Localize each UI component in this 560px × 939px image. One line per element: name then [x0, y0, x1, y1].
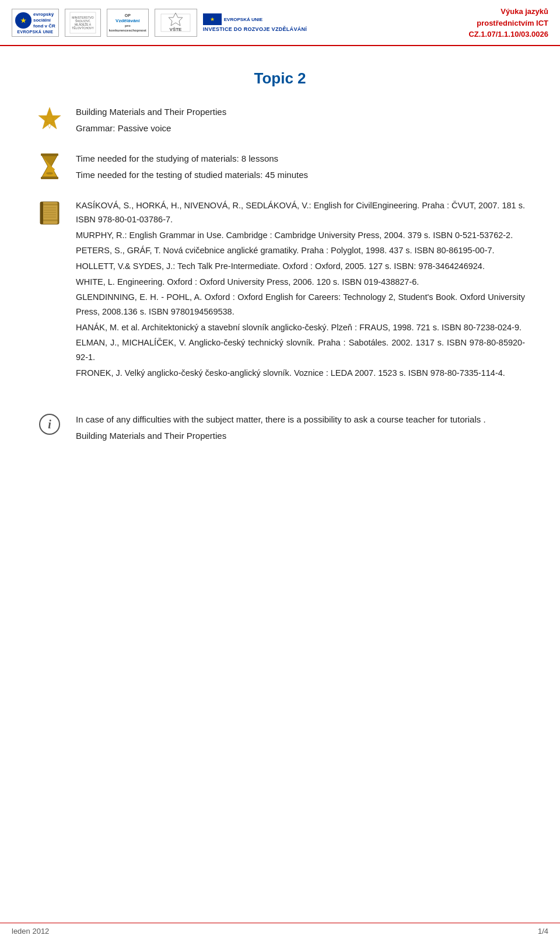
svg-text:★: ★: [20, 17, 27, 24]
subtitle2: Grammar: Passive voice: [76, 121, 525, 135]
project-line3: CZ.1.07/1.1.10/03.0026: [468, 29, 548, 40]
ref8: ELMAN, J., MICHALÍČEK, V. Anglicko-český…: [76, 336, 525, 364]
project-line1: Výuka jazyků: [468, 6, 548, 18]
info-note-line2: Building Materials and Their Properties: [76, 429, 525, 443]
main-content: Topic 2 Building Materials and Their Pro…: [0, 46, 560, 495]
ref2: MURPHY, R.: English Grammar in Use. Camb…: [76, 228, 525, 243]
eu-circle-icon: ★: [17, 14, 30, 27]
page-footer: leden 2012 1/4: [0, 923, 560, 939]
vste-logo: VŠTE: [155, 9, 197, 37]
time-section: Time needed for the studying of material…: [35, 152, 525, 184]
subject-text: Building Materials and Their Properties …: [76, 105, 525, 138]
ref6: GLENDINNING, E. H. - POHL, A. Oxford : O…: [76, 290, 525, 319]
info-i-letter: i: [48, 418, 51, 431]
book-icon: [37, 200, 62, 225]
star-icon-container: [35, 105, 64, 133]
ref5: WHITE, L. Engineering. Oxford : Oxford U…: [76, 275, 525, 289]
info-icon-container: i: [35, 413, 64, 435]
time-text: Time needed for the studying of material…: [76, 152, 525, 184]
svg-rect-19: [42, 219, 58, 221]
subject-section: Building Materials and Their Properties …: [35, 105, 525, 138]
info-note-section: i In case of any difficulties with the s…: [35, 413, 525, 445]
invest-block: ★ EVROPSKÁ UNIE INVESTICE DO ROZVOJE VZD…: [203, 13, 307, 32]
book-icon-container: [35, 198, 64, 225]
ref7: HANÁK, M. et al. Architektonický a stave…: [76, 320, 525, 335]
footer-left: leden 2012: [12, 927, 49, 935]
time-label2: Time needed for the testing of studied m…: [76, 168, 525, 182]
references-section: KASÍKOVÁ, S., HORKÁ, H., NIVENOVÁ, R., S…: [35, 198, 525, 399]
info-note-line1: In case of any difficulties with the sub…: [76, 413, 525, 427]
page-header: ★ evropský sociální fond v ČR EVROPSKÁ U…: [0, 0, 560, 46]
invest-text: INVESTICE DO ROZVOJE VZDĚLÁVÁNÍ: [203, 26, 307, 32]
msmte-icon: MINISTERSTVO ŠKOLSTVÍ, MLÁDEŽE A TĚLOVÝC…: [69, 12, 96, 34]
svg-text:VŠTE: VŠTE: [170, 27, 183, 32]
svg-marker-8: [169, 13, 183, 26]
ref9: FRONEK, J. Velký anglicko-český česko-an…: [76, 366, 525, 381]
hourglass-icon: [38, 153, 61, 180]
ref1: KASÍKOVÁ, S., HORKÁ, H., NIVENOVÁ, R., S…: [76, 198, 525, 227]
svg-rect-14: [41, 177, 58, 179]
svg-point-15: [46, 172, 53, 174]
svg-rect-18: [42, 204, 58, 205]
info-note-text: In case of any difficulties with the sub…: [76, 413, 525, 445]
time-label1: Time needed for the studying of material…: [76, 152, 525, 166]
svg-rect-25: [40, 202, 43, 224]
topic-title: Topic 2: [35, 69, 525, 88]
hourglass-icon-container: [35, 152, 64, 180]
msmte-logo: MINISTERSTVO ŠKOLSTVÍ, MLÁDEŽE A TĚLOVÝC…: [65, 9, 101, 37]
subtitle1: Building Materials and Their Properties: [76, 105, 525, 119]
svg-rect-13: [41, 153, 58, 156]
project-info: Výuka jazyků prostřednictvím ICT CZ.1.07…: [468, 6, 548, 40]
esf-logo: ★ evropský sociální fond v ČR EVROPSKÁ U…: [12, 9, 59, 37]
vste-icon: VŠTE: [160, 12, 191, 34]
ref3: PETERS, S., GRÁF, T. Nová cvičebnice ang…: [76, 243, 525, 258]
logo-area: ★ evropský sociální fond v ČR EVROPSKÁ U…: [12, 9, 307, 37]
invest-eu-bar: ★ EVROPSKÁ UNIE: [203, 13, 262, 25]
eu-label: EVROPSKÁ UNIE: [224, 17, 262, 22]
svg-text:TĚLOVÝCHOVY: TĚLOVÝCHOVY: [72, 26, 94, 30]
op-logo: OP Vzdělávání pro konkurenceschopnost: [107, 9, 149, 37]
eu-flag-icon: ★: [203, 13, 222, 25]
info-circle-icon: i: [39, 414, 60, 435]
svg-text:MLÁDEŽE A: MLÁDEŽE A: [75, 22, 92, 26]
project-line2: prostřednictvím ICT: [468, 18, 548, 29]
references-block: KASÍKOVÁ, S., HORKÁ, H., NIVENOVÁ, R., S…: [76, 198, 525, 382]
ref4: HOLLETT, V.& SYDES, J.: Tech Talk Pre-In…: [76, 259, 525, 274]
star-icon: [36, 106, 63, 133]
footer-right: 1/4: [538, 927, 548, 935]
